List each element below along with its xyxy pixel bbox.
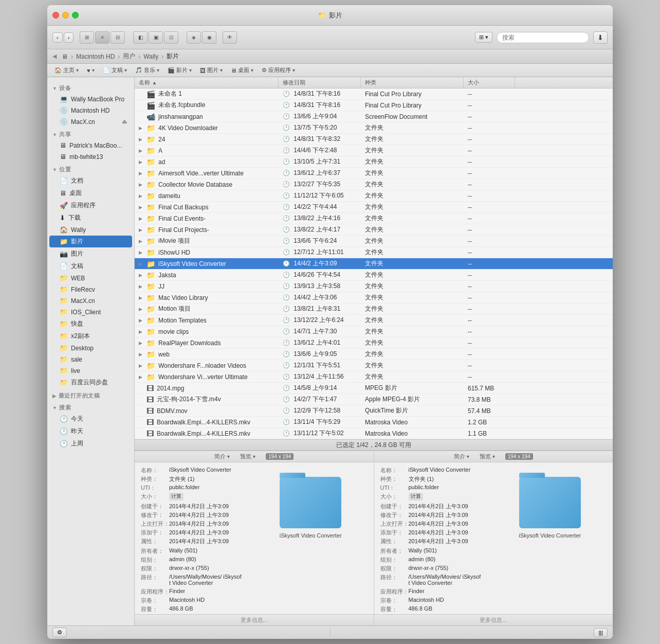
preview-tab-preview-2[interactable]: 预览 ▾ (480, 453, 495, 460)
forward-button[interactable]: › (64, 32, 74, 43)
sidebar-item-mb-twhite[interactable]: 🖥 mb-twhite13 (49, 151, 132, 162)
fav-favorites[interactable]: ♥ ▾ (84, 66, 98, 75)
fav-applications[interactable]: ⚙ 应用程序 ▾ (259, 65, 298, 75)
sidebar-item-today[interactable]: 🕐 今天 (49, 413, 132, 425)
sidebar-section-recent[interactable]: ▶ 最近打开的文稿 (47, 389, 134, 401)
expand-triangle[interactable]: ▶ (139, 329, 142, 334)
preview-tab-jianJie-1[interactable]: 简介 ▾ (214, 453, 230, 460)
table-row[interactable]: ▶ 📁 Wondershare Vi...verter Ultimate 🕐 1… (135, 371, 613, 383)
sidebar-item-yesterday[interactable]: 🕐 昨天 (49, 425, 132, 437)
expand-triangle[interactable]: ▶ (139, 374, 142, 380)
sidebar-item-macxcn[interactable]: 📁 MacX.cn (49, 295, 132, 306)
header-type[interactable]: 种类 (361, 77, 464, 88)
table-row[interactable]: ▶ 📁 iSkysoft Video Converter 🕐 14/4/2 上午… (135, 258, 613, 270)
table-row[interactable]: ▶ 🎬 未命名.fcpbundle 🕐 14/8/31 下午8:16 Final… (135, 100, 613, 111)
table-row[interactable]: ▶ 🎞 BDMV.mov 🕐 12/2/9 下午12:58 QuickTime … (135, 405, 613, 417)
sidebar-item-live[interactable]: 📁 live (49, 365, 132, 376)
back-button[interactable]: ‹ (52, 32, 63, 43)
sidebar-item-macxcn-device[interactable]: 💿 MacX.cn ⏏ (49, 116, 132, 127)
sidebar-item-downloads[interactable]: ⬇ 下载 (49, 212, 132, 224)
preview-more-info-1[interactable]: 更多信息... (135, 614, 374, 625)
expand-triangle[interactable]: ▶ (139, 216, 142, 221)
header-date[interactable]: 修改日期 (279, 77, 361, 88)
sidebar-toggle[interactable]: ||| (594, 628, 608, 637)
search-input[interactable] (497, 32, 589, 43)
sidebar-item-movies[interactable]: 📁 影片 (49, 236, 132, 247)
view-btn-6[interactable]: ⊡ (164, 31, 178, 44)
table-row[interactable]: ▶ 📁 Aimersoft Vide...verter Ultimate 🕐 1… (135, 168, 613, 179)
table-row[interactable]: ▶ 🎞 Boardwalk.Empi...4-KILLERS.mkv 🕐 13/… (135, 417, 613, 428)
expand-triangle[interactable]: ▶ (139, 295, 142, 300)
table-row[interactable]: ▶ 📁 movie clips 🕐 14/7/1 上午7:30 文件夹 -- (135, 326, 613, 337)
sidebar-section-search[interactable]: ▼ 搜索 (47, 401, 134, 413)
close-button[interactable] (52, 12, 59, 19)
table-row[interactable]: ▶ 📁 Motion 项目 🕐 13/8/21 上午8:31 文件夹 -- (135, 303, 613, 315)
sidebar-item-documents[interactable]: 📄 文档 (49, 175, 132, 187)
sidebar-item-kuai[interactable]: 📁 快盘 (49, 318, 132, 330)
table-row[interactable]: ▶ 📁 Wondershare F...nloader Videos 🕐 12/… (135, 360, 613, 371)
table-row[interactable]: ▶ 📹 jinshanwangpan 🕐 13/6/6 上午9:04 Scree… (135, 111, 613, 122)
fav-movies[interactable]: 🎬 影片 ▾ (164, 65, 195, 75)
sidebar-section-places[interactable]: ▼ 位置 (47, 163, 134, 174)
sidebar-item-photos[interactable]: 📷 图片 (49, 248, 132, 260)
table-row[interactable]: ▶ 📁 web 🕐 13/6/6 上午9:05 文件夹 -- (135, 349, 613, 360)
expand-triangle[interactable]: ▶ (139, 261, 142, 266)
expand-triangle[interactable]: ▶ (139, 284, 142, 289)
expand-triangle[interactable]: ▶ (139, 250, 142, 255)
breadcrumb-mac[interactable]: 🖥 (62, 53, 68, 60)
expand-triangle[interactable]: ▶ (139, 239, 142, 244)
sidebar-item-x2[interactable]: 📁 x2副本 (49, 330, 132, 342)
preview-more-info-2[interactable]: 更多信息... (374, 614, 613, 625)
sidebar-item-desktop2[interactable]: 📁 Desktop (49, 343, 132, 353)
expand-triangle[interactable]: ▶ (139, 159, 142, 165)
sidebar-item-patricks[interactable]: 🖥 Patrick's MacBoo... (49, 140, 132, 151)
expand-triangle[interactable]: ▶ (139, 171, 142, 176)
download-button[interactable]: ⬇ (593, 31, 608, 44)
view-btn-4[interactable]: ◧ (133, 31, 148, 44)
table-row[interactable]: ▶ 📁 24 🕐 14/8/31 下午8:32 文件夹 -- (135, 134, 613, 145)
expand-triangle[interactable]: ▶ (139, 182, 142, 187)
view-btn-7[interactable]: ◈ (187, 31, 201, 44)
expand-triangle[interactable]: ▶ (139, 137, 142, 142)
expand-triangle[interactable]: ▶ (139, 307, 142, 312)
table-row[interactable]: ▶ 📁 dameitu 🕐 11/12/12 下午6:05 文件夹 -- (135, 190, 613, 202)
icon-view-btn[interactable]: ⊞ (80, 31, 94, 44)
expand-triangle[interactable]: ▶ (139, 363, 142, 368)
table-row[interactable]: ▶ 📁 Final Cut Projects- 🕐 13/8/22 上午4:17… (135, 224, 613, 236)
sidebar-item-ios[interactable]: 📁 IOS_Client (49, 307, 132, 317)
sidebar-section-shared[interactable]: ▼ 共享 (47, 128, 134, 139)
sidebar-section-devices[interactable]: ▼ 设备 (47, 81, 134, 93)
arrange-btn[interactable]: ⊞ ▾ (475, 32, 492, 43)
view-btn-5[interactable]: ▣ (149, 31, 163, 44)
table-row[interactable]: ▶ 📁 Mac Video Library 🕐 14/4/2 上午3:06 文件… (135, 292, 613, 303)
table-row[interactable]: ▶ 📁 4K Video Downloader 🕐 13/7/5 下午5:20 … (135, 122, 613, 134)
sidebar-item-sale[interactable]: 📁 sale (49, 354, 132, 365)
preview-tab-preview-1[interactable]: 预览 ▾ (240, 453, 255, 460)
breadcrumb-wally[interactable]: Wally (143, 53, 158, 60)
table-row[interactable]: ▶ 📁 Coollector Movie Database 🕐 13/2/27 … (135, 179, 613, 190)
table-row[interactable]: ▶ 📁 iMovie 项目 🕐 13/6/6 下午6:24 文件夹 -- (135, 236, 613, 247)
column-view-btn[interactable]: ⊟ (111, 31, 125, 44)
table-row[interactable]: ▶ 📁 iShowU HD 🕐 12/7/12 上午11:01 文件夹 -- (135, 247, 613, 258)
expand-triangle[interactable]: ▶ (139, 126, 142, 131)
fav-documents[interactable]: 📄 文稿 ▾ (100, 65, 130, 75)
header-name[interactable]: 名称 ▲ (135, 77, 279, 88)
sidebar-item-lastweek[interactable]: 🕐 上周 (49, 438, 132, 450)
sidebar-item-filerecv[interactable]: 📁 FileRecv (49, 284, 132, 295)
sidebar-item-baidu[interactable]: 📁 百度云同步盘 (49, 377, 132, 388)
sidebar-item-macintosh-hd[interactable]: 💿 Macintosh HD (49, 105, 132, 116)
table-row[interactable]: ▶ 🎞 元宝-狗-2014-下雪.m4v 🕐 14/2/7 下午1:47 App… (135, 394, 613, 405)
breadcrumb-users[interactable]: 用户 (123, 52, 135, 61)
sidebar-item-docs[interactable]: 📄 文稿 (49, 260, 132, 272)
expand-triangle[interactable]: ▶ (139, 352, 142, 357)
table-row[interactable]: ▶ 🎞 2014.mpg 🕐 14/5/8 上午9:14 MPEG 影片 615… (135, 383, 613, 394)
table-row[interactable]: ▶ 📁 A 🕐 14/4/6 下午2:48 文件夹 -- (135, 145, 613, 156)
action-btn[interactable]: 👁 (223, 31, 237, 44)
expand-triangle[interactable]: ▶ (139, 341, 142, 346)
table-row[interactable]: ▶ 📁 ad 🕐 13/10/5 上午7:31 文件夹 -- (135, 156, 613, 168)
breadcrumb-hd[interactable]: Macintosh HD (76, 53, 115, 60)
table-row[interactable]: ▶ 📁 Motion Templates 🕐 13/12/22 上午6:24 文… (135, 315, 613, 326)
sidebar-item-web[interactable]: 📁 WEB (49, 273, 132, 283)
sidebar-item-wally[interactable]: 🏠 Wally (49, 224, 132, 235)
table-row[interactable]: ▶ 📁 Jaksta 🕐 14/6/26 下午4:54 文件夹 -- (135, 270, 613, 281)
